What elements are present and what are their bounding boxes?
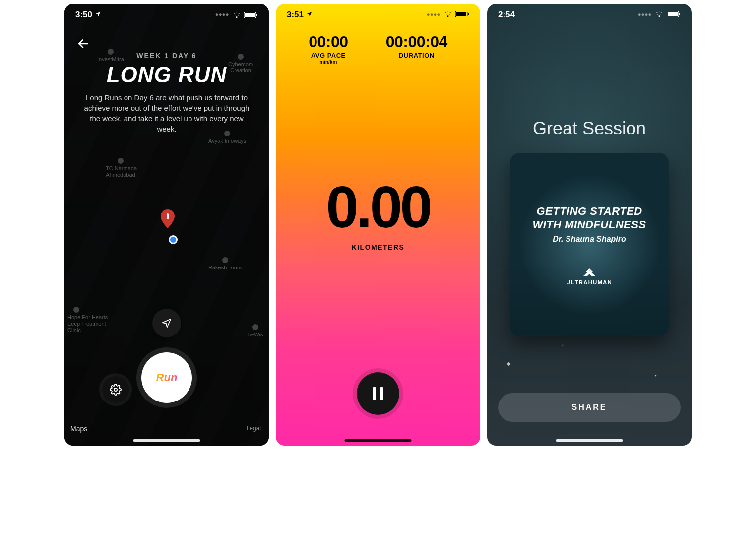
- session-card[interactable]: GETTING STARTED WITH MINDFULNESS Dr. Sha…: [510, 153, 669, 336]
- map-pin-icon: [161, 209, 175, 228]
- home-indicator[interactable]: [133, 439, 200, 442]
- signal-dots-icon: ••••: [215, 10, 229, 20]
- share-label: SHARE: [571, 403, 607, 412]
- arrow-left-icon: [77, 37, 90, 50]
- duration-value: 00:00:04: [386, 34, 447, 50]
- battery-icon: [455, 10, 469, 20]
- share-button[interactable]: SHARE: [498, 393, 681, 422]
- pause-button[interactable]: [357, 372, 399, 415]
- wifi-icon: [655, 10, 664, 20]
- gear-icon: [110, 384, 122, 396]
- screen-session-complete: 2:54 •••• Great Session GETTING STARTED …: [487, 4, 692, 446]
- status-time: 2:54: [498, 10, 515, 20]
- status-bar: 3:50 ••••: [64, 4, 269, 26]
- svg-rect-10: [668, 12, 678, 16]
- svg-marker-12: [583, 270, 596, 276]
- session-heading: Great Session: [487, 118, 692, 139]
- distance-label: KILOMETERS: [276, 243, 480, 251]
- location-arrow-icon: [161, 318, 172, 329]
- week-day-label: WEEK 1 DAY 6: [82, 52, 251, 60]
- avg-pace-unit: min/km: [309, 59, 348, 65]
- map-poi: Rakesh Tours: [208, 257, 242, 271]
- battery-icon: [244, 12, 258, 18]
- svg-rect-8: [468, 13, 469, 15]
- svg-rect-7: [456, 12, 466, 16]
- battery-icon: [667, 10, 681, 20]
- session-title: GETTING STARTED WITH MINDFULNESS: [524, 204, 655, 232]
- map-credit: Maps: [70, 425, 87, 433]
- duration-metric: 00:00:04 DURATION: [386, 34, 447, 65]
- distance-value: 0.00: [276, 178, 480, 236]
- map-poi: beWis: [248, 324, 263, 338]
- settings-button[interactable]: [102, 376, 129, 403]
- location-services-icon: [95, 10, 101, 20]
- back-button[interactable]: [73, 34, 93, 54]
- screen-run-active: 3:51 •••• 00:00 AVG PACE min/km 00:00:04…: [276, 4, 480, 446]
- map-poi: ITC Narmada Ahmedabad: [104, 158, 137, 178]
- avg-pace-value: 00:00: [309, 34, 348, 50]
- signal-dots-icon: ••••: [427, 10, 441, 20]
- distance-block: 0.00 KILOMETERS: [276, 178, 480, 251]
- pause-icon: [373, 387, 376, 400]
- svg-rect-11: [679, 13, 680, 15]
- wifi-icon: [232, 11, 241, 18]
- run-description: Long Runs on Day 6 are what push us forw…: [82, 92, 251, 134]
- svg-rect-1: [245, 13, 255, 17]
- run-header: WEEK 1 DAY 6 LONG RUN Long Runs on Day 6…: [64, 52, 269, 134]
- signal-dots-icon: ••••: [638, 10, 652, 20]
- pause-icon: [380, 387, 383, 400]
- metrics-row: 00:00 AVG PACE min/km 00:00:04 DURATION: [276, 34, 480, 65]
- home-indicator[interactable]: [345, 439, 412, 442]
- home-indicator[interactable]: [556, 439, 623, 442]
- svg-rect-2: [256, 14, 257, 16]
- decorative-particle: ✦: [654, 374, 657, 377]
- status-bar: 2:54 ••••: [487, 4, 692, 26]
- decorative-particle: ○: [562, 343, 564, 346]
- map-poi: Hope For Hearts Eecp Treatment Clinic: [67, 307, 108, 334]
- status-time: 3:51: [287, 10, 304, 20]
- run-title: LONG RUN: [82, 63, 251, 87]
- decorative-particle: ◆: [507, 361, 511, 366]
- user-location-dot-icon: [169, 235, 178, 244]
- legal-link[interactable]: Legal: [247, 425, 261, 432]
- status-time: 3:50: [75, 10, 92, 20]
- svg-rect-4: [167, 213, 169, 219]
- recenter-button[interactable]: [152, 309, 181, 337]
- screen-run-overview: 3:50 •••• WEEK 1 DAY 6 LONG RUN Long Run…: [64, 4, 269, 446]
- ultrahuman-logo-icon: [583, 268, 596, 276]
- start-run-button[interactable]: Run: [141, 352, 192, 403]
- avg-pace-metric: 00:00 AVG PACE min/km: [309, 34, 348, 65]
- duration-label: DURATION: [386, 52, 447, 59]
- status-bar: 3:51 ••••: [276, 4, 480, 26]
- session-author: Dr. Shauna Shapiro: [553, 235, 626, 244]
- brand-mark: ULTRAHUMAN: [567, 268, 612, 285]
- location-services-icon: [306, 10, 313, 20]
- run-button-label: Run: [156, 371, 178, 384]
- svg-point-5: [114, 388, 117, 391]
- wifi-icon: [443, 10, 452, 20]
- avg-pace-label: AVG PACE: [309, 52, 348, 59]
